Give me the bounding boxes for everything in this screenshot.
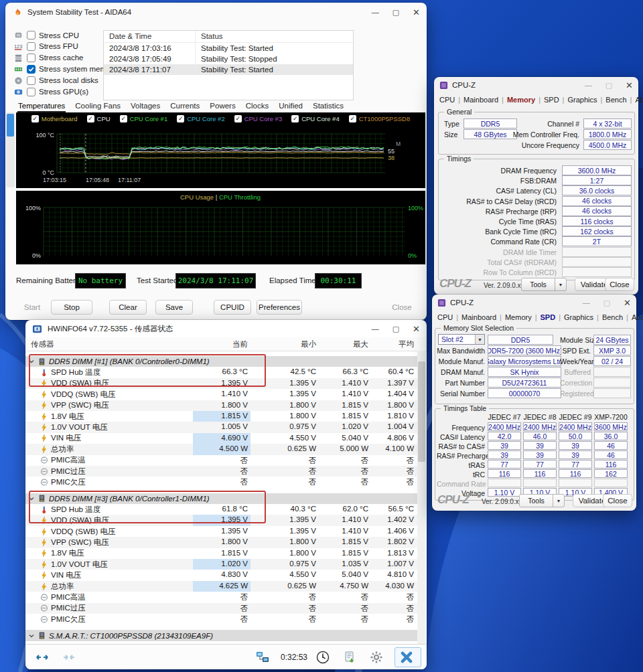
- close-icon[interactable]: ✕: [413, 325, 420, 333]
- stress-checkbox-gpu[interactable]: [27, 88, 35, 96]
- minimize-icon[interactable]: —: [372, 9, 379, 16]
- sensor-row[interactable]: SPD Hub 温度66.3 °C42.5 °C66.3 °C60.4 °C: [25, 367, 417, 377]
- tab-temperatures[interactable]: Temperatures: [17, 100, 66, 112]
- clear-button[interactable]: Clear: [109, 300, 147, 315]
- tab-about[interactable]: About: [635, 96, 643, 104]
- sensor-row[interactable]: 总功率4.500 W0.625 W5.000 W4.100 W: [25, 444, 417, 454]
- save-button[interactable]: Save: [155, 300, 193, 315]
- value-min: 1.800 V: [289, 549, 316, 557]
- preferences-button[interactable]: Preferences: [257, 300, 302, 315]
- sensor-row[interactable]: 1.0V VOUT 电压1.020 V0.975 V1.035 V1.007 V: [25, 559, 417, 570]
- sensor-row[interactable]: VDD (SWA) 电压1.395 V1.395 V1.410 V1.397 V: [25, 378, 417, 389]
- stress-checkbox-cache[interactable]: [27, 54, 35, 62]
- maximize-icon[interactable]: ▢: [605, 82, 612, 89]
- sensor-row[interactable]: PMIC过压否否否否: [25, 603, 417, 614]
- sensor-row[interactable]: 总功率4.625 W0.625 W4.750 W4.030 W: [25, 581, 417, 592]
- tab-memory[interactable]: Memory: [507, 96, 535, 104]
- sensor-row[interactable]: PMIC过压否否否否: [25, 466, 417, 477]
- tab-cpu[interactable]: CPU: [437, 313, 453, 321]
- sensor-group-header[interactable]: DDR5 DIMM [#3] (BANK 0/Controller1-DIMM1…: [25, 493, 417, 504]
- sensor-group-header[interactable]: S.M.A.R.T.: CT1000P5PSSD8 (21343109EA9F): [25, 630, 417, 641]
- tab-spd[interactable]: SPD: [544, 96, 559, 104]
- sensor-row[interactable]: 1.0V VOUT 电压1.005 V0.975 V1.020 V1.004 V: [25, 422, 417, 432]
- tab-powers[interactable]: Powers: [209, 100, 236, 112]
- sensor-row[interactable]: PMIC高温否否否否: [25, 592, 417, 602]
- tab-about[interactable]: About: [632, 313, 643, 321]
- sensor-row[interactable]: PMIC高温否否否否: [25, 455, 417, 466]
- sensor-group-header[interactable]: DDR5 DIMM [#1] (BANK 0/Controller0-DIMM1…: [25, 356, 417, 367]
- close-sensors-button[interactable]: [395, 647, 421, 667]
- tab-currents[interactable]: Currents: [169, 100, 200, 112]
- tab-cooling-fans[interactable]: Cooling Fans: [74, 100, 121, 112]
- sensor-row[interactable]: VDD (SWA) 电压1.395 V1.395 V1.410 V1.402 V: [25, 515, 417, 525]
- tab-bench[interactable]: Bench: [605, 96, 626, 104]
- left-value: 00000070: [488, 388, 561, 398]
- tab-statistics[interactable]: Statistics: [312, 100, 344, 112]
- sensor-row[interactable]: 1.8V 电压1.815 V1.800 V1.815 V1.813 V: [25, 548, 417, 559]
- sensor-row[interactable]: 1.8V 电压1.815 V1.800 V1.815 V1.810 V: [25, 411, 417, 422]
- sensor-row[interactable]: SPD Hub 温度61.8 °C40.3 °C62.0 °C56.5 °C: [25, 504, 417, 515]
- close-icon[interactable]: ✕: [626, 81, 633, 90]
- sensor-row[interactable]: PMIC欠压否否否否: [25, 614, 417, 624]
- start-button[interactable]: Start: [13, 300, 51, 315]
- tab-cpu[interactable]: CPU: [439, 96, 455, 104]
- log-row[interactable]: 2024/3/8 17:11:07Stability Test: Started: [104, 64, 353, 75]
- tools-button[interactable]: Tools▼: [519, 494, 565, 507]
- sensor-row[interactable]: VIN 电压4.690 V4.550 V5.040 V4.806 V: [25, 433, 417, 444]
- tab-bench[interactable]: Bench: [602, 313, 623, 321]
- sensor-row[interactable]: VPP (SWC) 电压1.800 V1.800 V1.815 V1.802 V: [25, 537, 417, 548]
- stress-checkbox-cpu[interactable]: [27, 31, 35, 39]
- tab-memory[interactable]: Memory: [505, 313, 532, 321]
- minimize-icon[interactable]: —: [583, 299, 590, 307]
- close-icon[interactable]: ✕: [624, 299, 631, 307]
- tab-mainboard[interactable]: Mainboard: [461, 313, 496, 321]
- tools-dropdown-icon[interactable]: ▼: [553, 495, 564, 507]
- sensor-row[interactable]: VPP (SWC) 电压1.800 V1.800 V1.815 V1.800 V: [25, 400, 417, 411]
- minimize-icon[interactable]: —: [585, 82, 592, 89]
- sensor-label: VIN 电压: [40, 433, 81, 443]
- tab-clocks[interactable]: Clocks: [245, 100, 270, 112]
- maximize-icon[interactable]: ▢: [392, 9, 399, 16]
- settings-button[interactable]: [366, 647, 389, 667]
- tab-mainboard[interactable]: Mainboard: [463, 96, 498, 104]
- clock-button[interactable]: [313, 647, 336, 667]
- maximize-icon[interactable]: ▢: [392, 325, 399, 333]
- close-icon[interactable]: ✕: [413, 8, 420, 17]
- sensor-row[interactable]: VDDQ (SWB) 电压1.410 V1.395 V1.410 V1.404 …: [25, 389, 417, 400]
- chart-scrollbar[interactable]: [6, 112, 15, 187]
- bolt-icon: [40, 434, 48, 442]
- close-button[interactable]: Close: [386, 300, 418, 315]
- tools-dropdown-icon[interactable]: ▼: [555, 278, 566, 290]
- chart-scrollbar-thumb[interactable]: [7, 114, 14, 137]
- collapse-columns-button[interactable]: [58, 647, 80, 667]
- tab-voltages[interactable]: Voltages: [130, 100, 161, 112]
- sensor-row[interactable]: VDDQ (SWB) 电压1.395 V1.395 V1.410 V1.406 …: [25, 526, 417, 537]
- sensor-row[interactable]: VIN 电压4.830 V4.550 V5.040 V4.810 V: [25, 570, 417, 580]
- sensor-row[interactable]: PMIC欠压否否否否: [25, 477, 417, 487]
- slot-select[interactable]: Slot #2▼: [438, 334, 485, 345]
- remote-sensors-button[interactable]: [253, 647, 275, 667]
- log-row[interactable]: 2024/3/8 17:03:16Stability Test: Started: [104, 43, 353, 54]
- stop-button[interactable]: Stop: [51, 300, 92, 315]
- expand-columns-button[interactable]: [31, 647, 54, 667]
- tab-spd[interactable]: SPD: [541, 313, 556, 321]
- tab-graphics[interactable]: Graphics: [567, 96, 597, 104]
- gpu-icon: [13, 87, 23, 97]
- tools-button[interactable]: Tools▼: [521, 278, 567, 291]
- svg-text:38: 38: [388, 155, 395, 161]
- log-row[interactable]: 2024/3/8 17:05:49Stability Test: Stopped: [104, 54, 353, 64]
- stress-checkbox-fpu[interactable]: [27, 42, 35, 51]
- tab-unified[interactable]: Unified: [278, 100, 303, 112]
- cpuid-button[interactable]: CPUID: [214, 300, 251, 315]
- close-button[interactable]: Close: [603, 494, 632, 507]
- hwinfo-scrollbar-thumb[interactable]: [418, 361, 425, 462]
- minimize-icon[interactable]: —: [372, 325, 379, 333]
- stress-option-label: Stress FPU: [39, 42, 78, 50]
- stress-checkbox-memory[interactable]: [27, 65, 35, 74]
- hwinfo-scrollbar[interactable]: [417, 351, 426, 644]
- close-button[interactable]: Close: [605, 278, 634, 291]
- stress-checkbox-disk[interactable]: [27, 76, 35, 85]
- tab-graphics[interactable]: Graphics: [564, 313, 593, 321]
- maximize-icon[interactable]: ▢: [603, 299, 610, 307]
- report-button[interactable]: [340, 647, 362, 667]
